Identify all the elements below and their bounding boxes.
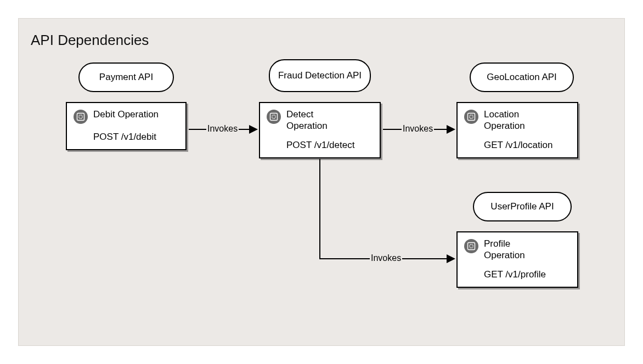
- edge-label-detect-location: Invokes: [402, 124, 434, 134]
- api-node-userprofile: UserProfile API: [473, 192, 572, 221]
- svg-rect-4: [468, 113, 475, 121]
- svg-rect-1: [79, 115, 82, 118]
- diagram-canvas: API Dependencies Payment API Fraud Detec…: [18, 18, 625, 346]
- operation-icon: [74, 110, 88, 124]
- operation-node-profile: Profile Operation GET /v1/profile: [456, 231, 578, 288]
- operation-node-debit: Debit Operation POST /v1/debit: [66, 102, 187, 150]
- diagram-title: API Dependencies: [31, 32, 149, 49]
- operation-icon: [464, 239, 478, 253]
- operation-endpoint: GET /v1/location: [484, 140, 571, 151]
- svg-rect-6: [468, 243, 475, 250]
- operation-icon: [464, 110, 478, 124]
- svg-rect-2: [270, 113, 278, 121]
- edge-label-detect-profile: Invokes: [370, 253, 402, 263]
- operation-node-detect: Detect Operation POST /v1/detect: [259, 102, 381, 158]
- operation-icon: [267, 110, 281, 124]
- operation-name: Location Operation: [484, 109, 550, 132]
- operation-endpoint: POST /v1/detect: [286, 140, 373, 151]
- operation-name: Detect Operation: [286, 109, 352, 132]
- api-label: UserProfile API: [490, 201, 554, 212]
- api-label: Payment API: [99, 72, 153, 83]
- api-node-fraud: Fraud Detection API: [269, 59, 371, 92]
- api-label: Fraud Detection API: [278, 70, 362, 81]
- svg-rect-0: [77, 113, 84, 121]
- operation-endpoint: POST /v1/debit: [93, 132, 179, 143]
- operation-name: Profile Operation: [484, 238, 550, 261]
- operation-node-location: Location Operation GET /v1/location: [456, 102, 578, 158]
- svg-rect-3: [272, 115, 275, 118]
- api-node-payment: Payment API: [78, 62, 174, 92]
- api-node-geo: GeoLocation API: [470, 62, 574, 92]
- api-label: GeoLocation API: [487, 72, 557, 83]
- svg-rect-7: [470, 244, 473, 248]
- edge-label-debit-detect: Invokes: [206, 124, 239, 134]
- operation-name: Debit Operation: [93, 109, 159, 120]
- operation-endpoint: GET /v1/profile: [484, 269, 571, 280]
- svg-rect-5: [470, 115, 473, 118]
